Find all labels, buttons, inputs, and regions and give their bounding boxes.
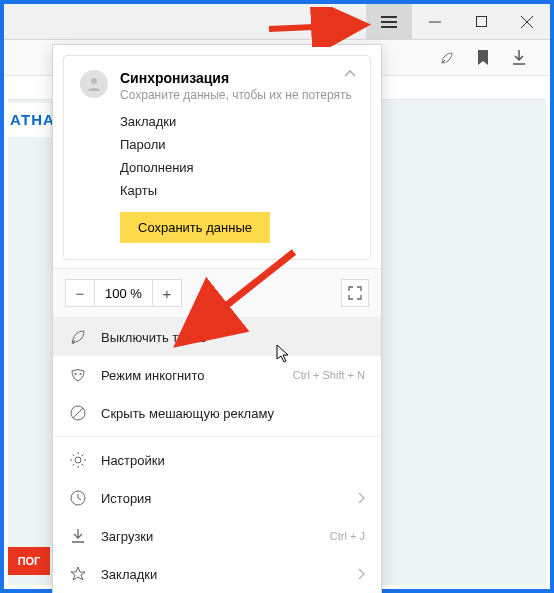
minimize-icon	[429, 16, 441, 28]
menu-item-downloads[interactable]: Загрузки Ctrl + J	[53, 517, 381, 555]
close-button[interactable]	[504, 4, 550, 39]
download-icon	[512, 50, 526, 66]
page-fragment-badge: ПОГ	[8, 547, 50, 575]
tabs-icon	[336, 16, 350, 28]
tabs-button[interactable]	[320, 4, 366, 39]
sync-subtitle: Сохраните данные, чтобы их не потерять	[120, 88, 352, 102]
page-fragment-text: АТНА	[8, 103, 50, 137]
rocket-icon	[439, 50, 455, 66]
maximize-button[interactable]	[458, 4, 504, 39]
zoom-in-button[interactable]: +	[152, 279, 182, 307]
menu-item-bookmarks[interactable]: Закладки	[53, 555, 381, 593]
sync-link-cards[interactable]: Карты	[120, 183, 354, 198]
download-icon	[69, 527, 87, 545]
shortcut-label: Ctrl + J	[330, 530, 365, 542]
svg-point-10	[75, 373, 77, 375]
menu-button[interactable]	[366, 4, 412, 39]
sync-link-bookmarks[interactable]: Закладки	[120, 114, 354, 129]
gear-icon	[69, 451, 87, 469]
menu-item-label: Скрыть мешающую рекламу	[101, 406, 274, 421]
mask-icon	[69, 366, 87, 384]
menu-item-incognito[interactable]: Режим инкогнито Ctrl + Shift + N	[53, 356, 381, 394]
menu-item-label: Выключить турбо	[101, 330, 207, 345]
star-icon	[69, 565, 87, 583]
bookmark-icon	[477, 50, 489, 66]
minimize-button[interactable]	[412, 4, 458, 39]
main-menu: Синхронизация Сохраните данные, чтобы их…	[52, 44, 382, 593]
downloads-button[interactable]	[510, 49, 528, 67]
fullscreen-button[interactable]	[341, 279, 369, 307]
rocket-icon	[69, 328, 87, 346]
menu-item-label: Настройки	[101, 453, 165, 468]
window-frame: АТНА ПОГ Синхронизация Сохраните данные,…	[0, 0, 554, 593]
bookmarks-button[interactable]	[474, 49, 492, 67]
svg-point-11	[80, 373, 82, 375]
rocket-button[interactable]	[438, 49, 456, 67]
menu-item-label: Закладки	[101, 567, 157, 582]
chevron-right-icon	[357, 492, 365, 504]
avatar-icon	[80, 70, 108, 98]
separator	[53, 436, 381, 437]
svg-rect-1	[339, 16, 349, 24]
zoom-value: 100 %	[95, 279, 152, 307]
menu-item-history[interactable]: История	[53, 479, 381, 517]
fullscreen-icon	[348, 286, 362, 300]
history-icon	[69, 489, 87, 507]
sync-link-passwords[interactable]: Пароли	[120, 137, 354, 152]
zoom-row: − 100 % +	[53, 268, 381, 318]
menu-item-adblock[interactable]: Скрыть мешающую рекламу	[53, 394, 381, 432]
svg-rect-0	[336, 18, 346, 26]
menu-item-turbo[interactable]: Выключить турбо	[53, 318, 381, 356]
menu-item-settings[interactable]: Настройки	[53, 441, 381, 479]
menu-item-label: История	[101, 491, 151, 506]
titlebar	[4, 4, 550, 40]
collapse-button[interactable]	[344, 70, 356, 78]
svg-point-14	[75, 457, 81, 463]
shortcut-label: Ctrl + Shift + N	[293, 369, 365, 381]
maximize-icon	[476, 16, 487, 27]
menu-item-label: Режим инкогнито	[101, 368, 204, 383]
sync-title: Синхронизация	[120, 70, 352, 86]
cursor-icon	[276, 344, 292, 364]
save-data-button[interactable]: Сохранить данные	[120, 212, 270, 243]
sync-link-addons[interactable]: Дополнения	[120, 160, 354, 175]
hamburger-icon	[381, 16, 397, 28]
svg-rect-6	[476, 17, 486, 27]
zoom-out-button[interactable]: −	[65, 279, 95, 307]
sync-card: Синхронизация Сохраните данные, чтобы их…	[63, 55, 371, 260]
svg-point-9	[91, 78, 97, 84]
menu-item-label: Загрузки	[101, 529, 153, 544]
block-icon	[69, 404, 87, 422]
close-icon	[521, 16, 533, 28]
chevron-up-icon	[344, 70, 356, 78]
chevron-right-icon	[357, 568, 365, 580]
svg-line-13	[73, 408, 83, 418]
